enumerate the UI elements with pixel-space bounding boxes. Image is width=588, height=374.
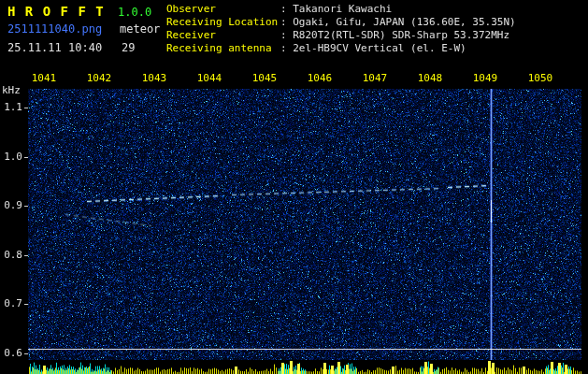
freq-tick-label: 0.6 bbox=[2, 347, 22, 359]
time-tick-label: 1047 bbox=[363, 72, 388, 84]
info-value: : Ogaki, Gifu, JAPAN (136.60E, 35.35N) bbox=[280, 16, 516, 28]
info-label: Receiving Location bbox=[166, 16, 280, 29]
info-value: : 2el-HB9CV Vertical (el. E-W) bbox=[280, 42, 466, 54]
station-info-row: Receiver: R820T2(RTL-SDR) SDR-Sharp 53.3… bbox=[166, 29, 516, 42]
freq-tick-label: 1.1 bbox=[2, 101, 22, 113]
frequency-axis: 1.11.00.90.80.70.6 bbox=[0, 0, 28, 374]
info-value: : Takanori Kawachi bbox=[280, 3, 392, 15]
time-tick-label: 1043 bbox=[142, 72, 167, 84]
info-label: Receiver bbox=[166, 29, 280, 42]
info-value: : R820T2(RTL-SDR) SDR-Sharp 53.372MHz bbox=[280, 29, 509, 41]
station-info-row: Observer: Takanori Kawachi bbox=[166, 3, 516, 16]
echo-count: 29 bbox=[122, 41, 135, 54]
time-tick-label: 1044 bbox=[197, 72, 222, 84]
info-label: Observer bbox=[166, 3, 280, 16]
station-info-row: Receiving Location: Ogaki, Gifu, JAPAN (… bbox=[166, 16, 516, 29]
freq-tick-label: 0.9 bbox=[2, 199, 22, 211]
time-tick-label: 1046 bbox=[308, 72, 333, 84]
time-tick-label: 1045 bbox=[252, 72, 278, 84]
mode-label: meteor bbox=[120, 22, 160, 36]
station-info-row: Receiving antenna: 2el-HB9CV Vertical (e… bbox=[166, 42, 516, 55]
info-label: Receiving antenna bbox=[166, 42, 280, 55]
freq-tick-label: 1.0 bbox=[2, 151, 22, 163]
time-tick-label: 1050 bbox=[528, 72, 553, 84]
time-tick-label: 1041 bbox=[32, 72, 57, 84]
freq-tick-label: 0.8 bbox=[2, 249, 22, 261]
station-info: Observer: Takanori KawachiReceiving Loca… bbox=[166, 3, 516, 55]
time-tick-label: 1048 bbox=[418, 72, 443, 84]
time-tick-label: 1042 bbox=[87, 72, 112, 84]
spectrogram-canvas bbox=[0, 0, 588, 374]
app-version: 1.0.0 bbox=[118, 6, 151, 19]
time-tick-label: 1049 bbox=[473, 72, 498, 84]
hrofft-window: H R O F F T 1.0.0 2511111040.png meteor … bbox=[0, 0, 588, 374]
time-axis: 1041104210431044104510461047104810491050 bbox=[0, 72, 588, 84]
freq-tick-label: 0.7 bbox=[2, 297, 22, 309]
